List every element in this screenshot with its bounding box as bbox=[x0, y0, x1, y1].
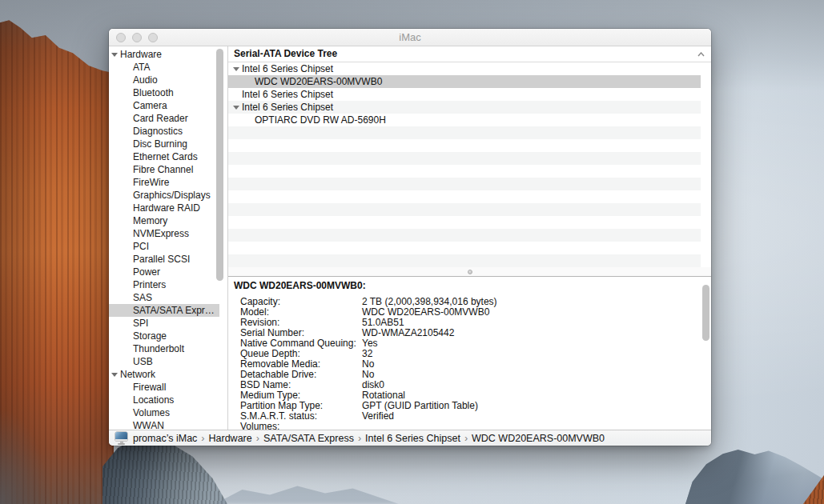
detail-field-s-m-a-r-t-status: S.M.A.R.T. status:Verified bbox=[228, 411, 711, 422]
sidebar-item-label: Power bbox=[133, 266, 160, 278]
breadcrumb-segment: WDC WD20EARS-00MVWB0 bbox=[472, 433, 605, 444]
disclosure-triangle-icon[interactable] bbox=[111, 53, 118, 57]
sidebar-item-printers[interactable]: Printers bbox=[109, 278, 219, 291]
splitter-handle-icon[interactable] bbox=[468, 270, 472, 274]
device-detail-fields: Capacity:2 TB (2,000,398,934,016 bytes)M… bbox=[228, 291, 711, 430]
section-title: Serial-ATA Device Tree bbox=[234, 48, 337, 59]
sidebar-item-label: Camera bbox=[133, 99, 167, 112]
details-scrollbar-thumb[interactable] bbox=[702, 285, 709, 341]
minimize-button[interactable] bbox=[132, 33, 142, 42]
tree-row-wdc-wd20ears-00mvwb0[interactable]: WDC WD20EARS-00MVWB0 bbox=[228, 75, 701, 88]
tree-row-intel-6-series-chipset[interactable]: Intel 6 Series Chipset bbox=[228, 62, 701, 75]
sidebar-item-label: PCI bbox=[133, 240, 149, 253]
sidebar-item-ata[interactable]: ATA bbox=[109, 61, 219, 74]
sidebar-item-bluetooth[interactable]: Bluetooth bbox=[109, 86, 219, 99]
device-details-pane: WDC WD20EARS-00MVWB0: Capacity:2 TB (2,0… bbox=[228, 277, 711, 430]
sidebar-item-spi[interactable]: SPI bbox=[109, 317, 219, 330]
tree-row-intel-6-series-chipset[interactable]: Intel 6 Series Chipset bbox=[228, 88, 701, 101]
sidebar-item-label: Card Reader bbox=[133, 112, 188, 125]
sidebar-item-firewire[interactable]: FireWire bbox=[109, 176, 219, 189]
sidebar-item-volumes[interactable]: Volumes bbox=[109, 406, 219, 419]
sidebar-scrollbar-thumb[interactable] bbox=[216, 49, 223, 281]
sidebar-item-fibre-channel[interactable]: Fibre Channel bbox=[109, 163, 219, 176]
disclosure-triangle-icon[interactable] bbox=[111, 373, 118, 377]
sidebar-item-sas[interactable]: SAS bbox=[109, 291, 219, 304]
sidebar-item-label: ATA bbox=[133, 61, 151, 74]
sidebar-item-power[interactable]: Power bbox=[109, 266, 219, 278]
sidebar-item-camera[interactable]: Camera bbox=[109, 99, 219, 112]
sidebar-item-label: Hardware RAID bbox=[133, 202, 200, 214]
disclosure-triangle-icon[interactable] bbox=[233, 67, 239, 71]
tree-row-label: OPTIARC DVD RW AD-5690H bbox=[255, 114, 386, 126]
sidebar-item-ethernet-cards[interactable]: Ethernet Cards bbox=[109, 150, 219, 163]
sidebar-item-label: SPI bbox=[133, 317, 148, 330]
breadcrumb-segment: promac’s iMac bbox=[133, 433, 197, 444]
sidebar-item-pci[interactable]: PCI bbox=[109, 240, 219, 253]
pane-splitter[interactable] bbox=[228, 267, 711, 277]
tree-row-label: Intel 6 Series Chipset bbox=[242, 101, 333, 114]
detail-field-volumes: Volumes: bbox=[228, 422, 711, 430]
sidebar-item-label: Printers bbox=[133, 278, 166, 291]
collapse-chevron-icon[interactable] bbox=[697, 52, 705, 57]
sidebar-item-label: Ethernet Cards bbox=[133, 150, 198, 163]
detail-field-native-command-queuing: Native Command Queuing:Yes bbox=[228, 338, 711, 349]
device-detail-title: WDC WD20EARS-00MVWB0: bbox=[228, 277, 711, 291]
system-information-window: iMac HardwareATAAudioBluetoothCameraCard… bbox=[109, 29, 711, 446]
sidebar-item-label: SATA/SATA Expr… bbox=[133, 304, 215, 317]
sidebar-item-label: USB bbox=[133, 355, 153, 368]
sidebar-item-usb[interactable]: USB bbox=[109, 355, 219, 368]
sidebar-item-label: Storage bbox=[133, 330, 167, 342]
sidebar-item-label: Firewall bbox=[133, 381, 166, 394]
sidebar-item-parallel-scsi[interactable]: Parallel SCSI bbox=[109, 253, 219, 266]
sidebar-item-diagnostics[interactable]: Diagnostics bbox=[109, 125, 219, 138]
sidebar-item-firewall[interactable]: Firewall bbox=[109, 381, 219, 394]
sidebar-item-card-reader[interactable]: Card Reader bbox=[109, 112, 219, 125]
sidebar-item-label: WWAN bbox=[133, 419, 164, 430]
tree-row-intel-6-series-chipset[interactable]: Intel 6 Series Chipset bbox=[228, 101, 701, 114]
sidebar-item-label: Parallel SCSI bbox=[133, 253, 190, 266]
tree-row-label: WDC WD20EARS-00MVWB0 bbox=[255, 75, 382, 88]
window-titlebar[interactable]: iMac bbox=[109, 29, 711, 46]
sidebar-item-graphics-displays[interactable]: Graphics/Displays bbox=[109, 189, 219, 202]
sidebar-item-label: Volumes bbox=[133, 406, 170, 419]
breadcrumb-separator: › bbox=[358, 433, 361, 444]
sidebar-item-disc-burning[interactable]: Disc Burning bbox=[109, 138, 219, 150]
sidebar-item-storage[interactable]: Storage bbox=[109, 330, 219, 342]
breadcrumb-separator: › bbox=[256, 433, 259, 444]
breadcrumb-separator: › bbox=[201, 433, 204, 444]
detail-field-label: Volumes: bbox=[240, 422, 362, 430]
close-button[interactable] bbox=[116, 33, 126, 42]
disclosure-triangle-icon[interactable] bbox=[233, 106, 239, 110]
sidebar-item-locations[interactable]: Locations bbox=[109, 394, 219, 406]
zoom-button[interactable] bbox=[148, 33, 158, 42]
imac-icon bbox=[115, 431, 128, 445]
detail-field-value: Verified bbox=[362, 411, 394, 422]
tree-row-optiarc-dvd-rw-ad-5690h[interactable]: OPTIARC DVD RW AD-5690H bbox=[228, 114, 701, 126]
sidebar-item-label: Disc Burning bbox=[133, 138, 187, 150]
device-tree: Intel 6 Series ChipsetWDC WD20EARS-00MVW… bbox=[228, 62, 701, 267]
sidebar-item-label: Diagnostics bbox=[133, 125, 183, 138]
sidebar-item-label: Network bbox=[120, 368, 155, 381]
sidebar-item-memory[interactable]: Memory bbox=[109, 214, 219, 227]
sidebar-item-network[interactable]: Network bbox=[109, 368, 219, 381]
sidebar-item-label: NVMExpress bbox=[133, 227, 189, 240]
sidebar-item-sata-sata-expr[interactable]: SATA/SATA Expr… bbox=[109, 304, 219, 317]
detail-field-detachable-drive: Detachable Drive:No bbox=[228, 370, 711, 380]
sidebar-item-label: Audio bbox=[133, 74, 158, 86]
detail-field-bsd-name: BSD Name:disk0 bbox=[228, 380, 711, 390]
sidebar-item-audio[interactable]: Audio bbox=[109, 74, 219, 86]
sidebar-item-nvmexpress[interactable]: NVMExpress bbox=[109, 227, 219, 240]
tree-row-label: Intel 6 Series Chipset bbox=[242, 88, 333, 101]
breadcrumb: promac’s iMac›Hardware›SATA/SATA Express… bbox=[133, 433, 605, 444]
sidebar-item-thunderbolt[interactable]: Thunderbolt bbox=[109, 342, 219, 355]
sidebar-item-label: Fibre Channel bbox=[133, 163, 193, 176]
sidebar-category-list: HardwareATAAudioBluetoothCameraCard Read… bbox=[109, 46, 227, 430]
breadcrumb-segment: Hardware bbox=[209, 433, 252, 444]
window-title: iMac bbox=[109, 29, 711, 46]
sidebar-item-wwan[interactable]: WWAN bbox=[109, 419, 219, 430]
sidebar-item-hardware-raid[interactable]: Hardware RAID bbox=[109, 202, 219, 214]
sidebar-item-hardware[interactable]: Hardware bbox=[109, 48, 219, 61]
tree-row-label: Intel 6 Series Chipset bbox=[242, 62, 333, 75]
el-capitan-cliff bbox=[0, 0, 114, 504]
sidebar-item-label: Graphics/Displays bbox=[133, 189, 211, 202]
